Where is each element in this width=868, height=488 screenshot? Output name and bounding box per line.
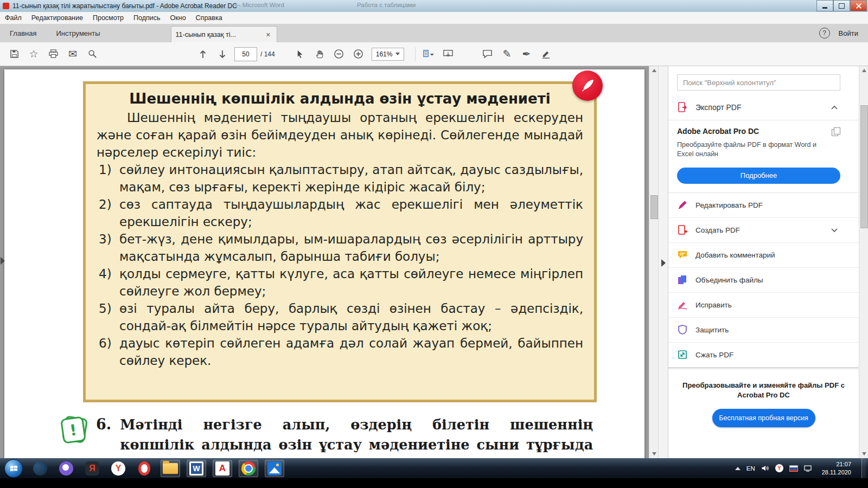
tab-tools[interactable]: Инструменты [46,24,110,42]
scroll-up-icon[interactable] [649,66,659,75]
select-tool-button[interactable] [290,46,310,62]
screen-letterbox [0,478,868,488]
hidden-icons-chevron[interactable] [735,467,741,470]
ink-sign-button[interactable]: ✒ [516,46,536,62]
title-bar: 11-сынып қазақ тілі жаратылыстану бағыты… [0,0,868,12]
page-view-button[interactable] [419,46,438,62]
panel-collapse-icon [661,259,666,267]
tool-create-pdf[interactable]: Создать PDF [668,218,859,243]
zoom-in-button[interactable] [349,46,368,62]
scroll-down-icon[interactable] [859,450,868,458]
page-down-icon [218,49,227,59]
taskbar-acrobat[interactable]: A [213,460,232,477]
taskbar-photos[interactable] [265,460,284,477]
export-pdf-icon [677,101,689,113]
find-button[interactable] [82,46,102,62]
close-button[interactable] [850,0,867,11]
volume-icon[interactable] [761,465,769,472]
tab-home[interactable]: Главная [0,24,46,42]
taskbar-yandex[interactable]: Y [108,460,128,477]
clock[interactable]: 21:07 28.11.2020 [822,460,851,476]
close-icon [856,3,861,9]
acrobat-promo: Adobe Acrobat Pro DC Преобразуйте файлы … [668,120,859,159]
help-icon[interactable]: ? [819,28,830,38]
tool-add-comment[interactable]: Добавить комментарий [668,243,859,268]
nav-pane-toggle-icon[interactable] [1,257,5,265]
language-flag-icon[interactable] [789,465,798,472]
word-icon: W [189,461,203,476]
quill-stamp-icon [572,70,603,101]
network-icon[interactable] [804,465,812,472]
print-icon [48,49,59,59]
promo-text: Преобразуйте файлы PDF в формат Word и E… [677,140,827,159]
menu-file[interactable]: Файл [0,12,27,24]
menu-window[interactable]: Окно [165,12,191,24]
edit-pdf-icon [677,200,688,210]
tool-fix[interactable]: Исправить [668,293,859,318]
comment-button[interactable] [477,46,497,62]
hand-tool-button[interactable] [310,46,329,62]
list-item-text: бет-жүз, дене қимылдары, ым-ишаралардың … [119,230,583,265]
highlight-button[interactable]: ✎ [497,46,516,62]
fill-sign-button[interactable] [536,46,556,62]
tool-compress-pdf[interactable]: Сжать PDF [668,343,859,367]
taskbar-app-dark[interactable] [30,460,50,477]
list-item-text: сөйлеу интонациясын қалыптастыру, атап а… [119,161,583,196]
menu-help[interactable]: Справка [191,12,227,24]
menu-edit[interactable]: Редактирование [27,12,88,24]
show-desktop-button[interactable] [861,458,866,478]
email-button[interactable]: ✉ [63,46,82,62]
zoom-out-button[interactable] [329,46,349,62]
tools-panel-toggle[interactable] [658,66,668,458]
tab-close-icon[interactable]: × [264,30,272,39]
ink-sign-icon: ✒ [522,49,531,59]
minimize-button[interactable] [816,0,833,11]
tool-combine-files[interactable]: Объединить файлы [668,268,859,293]
tray-time: 21:07 [822,460,851,468]
taskbar-opera[interactable] [135,460,154,477]
tool-protect[interactable]: Защитить [668,318,859,343]
yandex-tray-icon[interactable]: Y [775,464,783,472]
scrollbar-thumb[interactable] [860,105,868,228]
yandex-icon: Y [111,461,125,476]
maximize-button[interactable] [833,0,850,11]
scroll-view-icon [443,49,454,59]
chevron-down-icon[interactable] [831,228,838,233]
zoom-level-dropdown[interactable]: 161% [372,48,405,61]
tool-edit-pdf[interactable]: Редактировать PDF [668,193,859,218]
star-button[interactable]: ☆ [24,46,43,62]
page-up-icon [199,49,207,59]
document-scrollbar[interactable] [649,66,658,458]
menu-sign[interactable]: Подпись [129,12,165,24]
scroll-up-icon[interactable] [859,66,868,75]
taskbar-chrome[interactable] [239,460,258,477]
taskbar-yandex-browser[interactable]: Я [82,460,102,477]
export-pdf-row[interactable]: Экспорт PDF [668,95,859,120]
sign-in-button[interactable]: Войти [839,29,858,37]
chevron-up-icon[interactable] [831,105,838,110]
panel-scrollbar[interactable] [859,66,868,458]
copy-pages-icon[interactable] [832,127,840,135]
background-window-title: — Microsoft Word [234,2,284,8]
language-indicator[interactable]: EN [746,465,755,472]
free-trial-button[interactable]: Бесплатная пробная версия [712,409,815,427]
next-page-button[interactable] [213,46,232,62]
scrollbar-thumb[interactable] [650,195,658,219]
tab-document[interactable]: 11-сынып қазақ ті... × [171,26,277,42]
folder-icon [163,463,178,474]
menu-view[interactable]: Просмотр [88,12,129,24]
previous-page-button[interactable] [193,46,213,62]
taskbar-word[interactable]: W [187,460,206,477]
print-button[interactable] [43,46,63,62]
taskbar-app-purple[interactable] [56,460,76,477]
combine-files-icon [677,274,688,285]
taskbar-explorer[interactable] [161,460,180,477]
page-view-icon [423,49,435,59]
save-button[interactable] [4,46,24,62]
scroll-view-button[interactable] [438,46,458,62]
scroll-down-icon[interactable] [649,450,659,458]
page-number-input[interactable] [234,47,257,61]
learn-more-button[interactable]: Подробнее [677,168,840,184]
start-button[interactable] [4,459,23,478]
search-input[interactable] [677,74,840,91]
